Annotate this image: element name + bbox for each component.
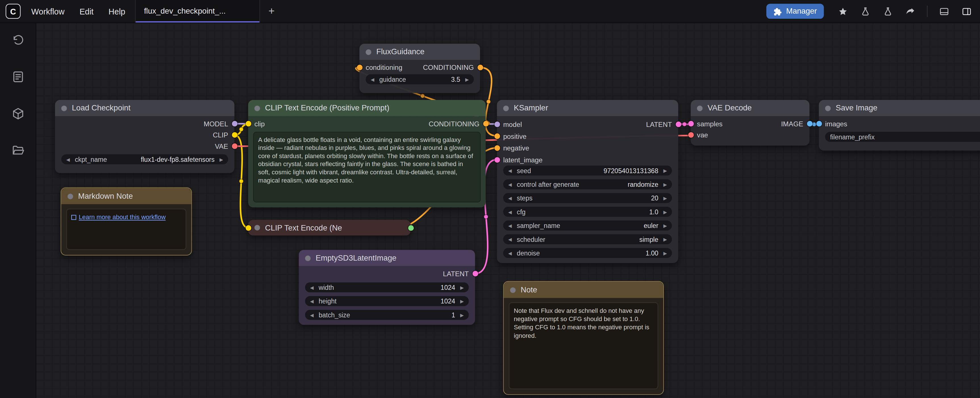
workflow-docs-link[interactable]: Learn more about this workflow	[71, 213, 165, 221]
workflows-icon[interactable]	[10, 143, 25, 158]
manager-button[interactable]: Manager	[766, 4, 824, 19]
note-text: Note that Flux dev and schnell do not ha…	[514, 308, 649, 339]
input-slot-model[interactable]	[494, 121, 500, 127]
markdown-note-content[interactable]: Learn more about this workflow	[66, 209, 186, 250]
logo-glyph: C	[10, 6, 16, 16]
slot-row: CLIP	[55, 130, 235, 141]
flask-icon[interactable]	[859, 5, 872, 17]
widget-label: control after generate	[517, 181, 579, 188]
tab-flux-dev-checkpoint[interactable]: flux_dev_checkpoint_...	[135, 0, 260, 22]
note-textarea[interactable]: Note that Flux dev and schnell do not ha…	[509, 302, 658, 389]
node-clip-text-encode-negative[interactable]: CLIP Text Encode (Ne	[248, 220, 411, 236]
panel-right-icon[interactable]	[961, 5, 973, 17]
collapse-dot[interactable]	[68, 193, 73, 199]
widget-batch-size[interactable]: batch_size 1	[305, 310, 469, 320]
flask-icon[interactable]	[882, 5, 894, 17]
manager-button-label: Manager	[786, 7, 817, 16]
output-slot-model[interactable]	[232, 121, 237, 127]
input-slot-conditioning[interactable]	[356, 65, 362, 70]
node-header[interactable]: EmptySD3LatentImage	[299, 250, 475, 266]
widget-width[interactable]: width 1024	[305, 282, 469, 292]
widget-filename-prefix[interactable]: filename_prefix	[825, 132, 980, 142]
widget-ckpt-name[interactable]: ckpt_name flux1-dev-fp8.safetensors	[61, 154, 228, 164]
output-slot-latent[interactable]	[676, 121, 681, 127]
menu-edit[interactable]: Edit	[80, 6, 94, 16]
input-slot-samples[interactable]	[688, 121, 694, 127]
screenshot-viewport: C Workflow Edit Help flux_dev_checkpoint…	[0, 0, 980, 398]
widget-cfg[interactable]: cfg 1.0	[503, 207, 672, 217]
node-title: FluxGuidance	[376, 48, 425, 56]
output-slot-image[interactable]	[807, 121, 812, 127]
history-icon[interactable]	[10, 32, 25, 48]
collapse-dot[interactable]	[697, 105, 703, 111]
model-library-icon[interactable]	[10, 106, 25, 121]
share-icon[interactable]	[904, 5, 916, 17]
log-icon[interactable]	[10, 69, 25, 84]
node-header[interactable]: Load Checkpoint	[55, 100, 235, 116]
collapse-dot[interactable]	[305, 255, 311, 261]
node-load-checkpoint[interactable]: Load Checkpoint MODEL CLIP VAE ckpt_name	[55, 100, 235, 173]
node-header[interactable]: Note	[504, 282, 663, 298]
output-slot-conditioning[interactable]	[477, 65, 483, 70]
new-tab-button[interactable]: +	[260, 0, 283, 22]
widget-seed[interactable]: seed 972054013131368	[503, 165, 672, 176]
node-vae-decode[interactable]: VAE Decode samples IMAGE vae	[691, 100, 810, 146]
collapse-dot[interactable]	[61, 105, 67, 111]
input-slot-vae[interactable]	[688, 132, 694, 138]
slot-row: positive	[497, 130, 678, 142]
comfyui-logo[interactable]: C	[6, 4, 21, 19]
node-markdown-note[interactable]: Markdown Note Learn more about this work…	[60, 187, 192, 255]
output-slot-clip[interactable]	[232, 132, 237, 138]
node-header[interactable]: VAE Decode	[691, 100, 810, 116]
node-header[interactable]: Save Image	[819, 100, 980, 116]
node-ksampler[interactable]: KSampler model LATENT positive negative	[497, 100, 678, 263]
widget-control-after-generate[interactable]: control after generate randomize	[503, 179, 672, 189]
collapse-dot[interactable]	[503, 105, 509, 111]
input-label: vae	[697, 131, 708, 138]
collapse-dot[interactable]	[255, 105, 260, 111]
widget-guidance[interactable]: guidance 3.5	[366, 75, 474, 84]
output-slot-vae[interactable]	[232, 143, 237, 149]
widget-value: 1.00	[646, 249, 659, 257]
node-header[interactable]: Markdown Note	[61, 188, 191, 204]
collapse-dot[interactable]	[366, 49, 371, 55]
node-flux-guidance[interactable]: FluxGuidance conditioning CONDITIONING g…	[360, 44, 480, 93]
node-empty-sd3-latent-image[interactable]: EmptySD3LatentImage LATENT width 1024 he…	[299, 250, 475, 325]
input-label: model	[503, 121, 522, 128]
menu-help[interactable]: Help	[108, 6, 125, 16]
panel-bottom-icon[interactable]	[938, 5, 950, 17]
slot-row: model LATENT	[497, 118, 678, 130]
input-slot-negative[interactable]	[494, 145, 500, 151]
input-label: latent_image	[503, 156, 542, 163]
input-slot-latent-image[interactable]	[494, 157, 500, 162]
node-clip-text-encode-positive[interactable]: CLIP Text Encode (Positive Prompt) clip …	[248, 100, 486, 207]
widget-denoise[interactable]: denoise 1.00	[503, 248, 672, 258]
node-header[interactable]: FluxGuidance	[360, 44, 480, 60]
widget-scheduler[interactable]: scheduler simple	[503, 234, 672, 244]
collapse-dot[interactable]	[510, 287, 516, 293]
node-title: Save Image	[836, 104, 877, 113]
node-save-image[interactable]: Save Image images filename_prefix	[819, 100, 980, 151]
menu-workflow[interactable]: Workflow	[31, 6, 64, 16]
graph-canvas[interactable]: FluxGuidance conditioning CONDITIONING g…	[35, 22, 980, 398]
output-slot-collapsed[interactable]	[408, 225, 414, 230]
collapse-dot[interactable]	[255, 225, 260, 230]
widget-steps[interactable]: steps 20	[503, 193, 672, 203]
slot-row: MODEL	[55, 118, 235, 130]
input-slot-collapsed[interactable]	[245, 225, 251, 230]
collapse-dot[interactable]	[825, 105, 831, 111]
widget-height[interactable]: height 1024	[305, 296, 469, 306]
node-header[interactable]: CLIP Text Encode (Positive Prompt)	[248, 100, 486, 116]
output-slot-latent[interactable]	[472, 271, 478, 276]
prompt-textarea[interactable]: A delicate glass bottle floats in a void…	[253, 132, 480, 202]
node-note[interactable]: Note Note that Flux dev and schnell do n…	[503, 281, 664, 395]
node-title: Note	[521, 285, 537, 294]
widget-sampler-name[interactable]: sampler_name euler	[503, 220, 672, 230]
star-icon[interactable]	[837, 5, 849, 17]
input-slot-clip[interactable]	[245, 121, 251, 127]
input-slot-positive[interactable]	[494, 133, 500, 139]
node-header[interactable]: KSampler	[497, 100, 678, 116]
input-slot-images[interactable]	[816, 121, 822, 127]
output-slot-conditioning[interactable]	[483, 121, 488, 127]
slot-row: conditioning CONDITIONING	[360, 62, 480, 73]
